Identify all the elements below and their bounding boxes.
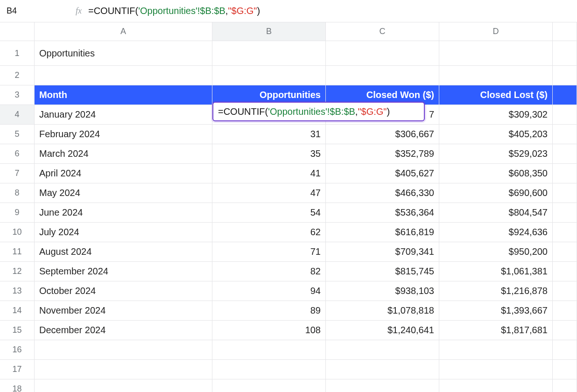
cell-e11[interactable] [553, 242, 577, 262]
cell-d4[interactable]: $309,302 [439, 105, 553, 125]
cell-a18[interactable] [35, 379, 212, 392]
row-header-7[interactable]: 7 [0, 164, 35, 183]
cell-a5[interactable]: February 2024 [35, 125, 212, 144]
name-box[interactable]: B4 [0, 6, 35, 16]
cell-d18[interactable] [439, 379, 553, 392]
cell-b18[interactable] [212, 379, 326, 392]
row-header-6[interactable]: 6 [0, 144, 35, 164]
cell-editor-b4[interactable]: =COUNTIF( 'Opportunities'!$B:$B , "$G:G"… [212, 102, 425, 121]
row-header-18[interactable]: 18 [0, 379, 35, 392]
cell-a14[interactable]: November 2024 [35, 301, 212, 321]
row-header-17[interactable]: 17 [0, 360, 35, 379]
cell-c15[interactable]: $1,240,641 [326, 321, 439, 340]
cell-c13[interactable]: $938,103 [326, 281, 439, 301]
cell-b10[interactable]: 62 [212, 223, 326, 242]
cell-e1[interactable] [553, 41, 577, 66]
cell-a16[interactable] [35, 340, 212, 360]
cell-e18[interactable] [553, 379, 577, 392]
cell-c9[interactable]: $536,364 [326, 203, 439, 223]
cell-d2[interactable] [439, 66, 553, 85]
cell-e14[interactable] [553, 301, 577, 321]
row-header-2[interactable]: 2 [0, 66, 35, 85]
cell-d12[interactable]: $1,061,381 [439, 262, 553, 281]
row-header-16[interactable]: 16 [0, 340, 35, 360]
cell-c16[interactable] [326, 340, 439, 360]
cell-d14[interactable]: $1,393,667 [439, 301, 553, 321]
cell-c12[interactable]: $815,745 [326, 262, 439, 281]
cell-a10[interactable]: July 2024 [35, 223, 212, 242]
cell-d5[interactable]: $405,203 [439, 125, 553, 144]
cell-e10[interactable] [553, 223, 577, 242]
row-header-5[interactable]: 5 [0, 125, 35, 144]
cell-b13[interactable]: 94 [212, 281, 326, 301]
formula-bar[interactable]: =COUNTIF( 'Opportunities'!$B:$B , "$G:G"… [88, 6, 577, 16]
row-header-13[interactable]: 13 [0, 281, 35, 301]
col-header-blank[interactable] [553, 22, 577, 41]
cell-b6[interactable]: 35 [212, 144, 326, 164]
col-header-b[interactable]: B [212, 22, 326, 41]
cell-c18[interactable] [326, 379, 439, 392]
cell-c5[interactable]: $306,667 [326, 125, 439, 144]
cell-d8[interactable]: $690,600 [439, 183, 553, 203]
cell-d10[interactable]: $924,636 [439, 223, 553, 242]
spreadsheet-grid[interactable]: A B C D 1 Opportunities 2 3 Month Opport… [0, 22, 577, 392]
row-header-11[interactable]: 11 [0, 242, 35, 262]
cell-a2[interactable] [35, 66, 212, 85]
row-header-4[interactable]: 4 [0, 105, 35, 125]
cell-a9[interactable]: June 2024 [35, 203, 212, 223]
cell-c11[interactable]: $709,341 [326, 242, 439, 262]
cell-d1[interactable] [439, 41, 553, 66]
cell-a13[interactable]: October 2024 [35, 281, 212, 301]
cell-a4[interactable]: January 2024 [35, 105, 212, 125]
cell-a11[interactable]: August 2024 [35, 242, 212, 262]
cell-d11[interactable]: $950,200 [439, 242, 553, 262]
cell-c6[interactable]: $352,789 [326, 144, 439, 164]
cell-a6[interactable]: March 2024 [35, 144, 212, 164]
cell-a1[interactable]: Opportunities [35, 41, 212, 66]
cell-b14[interactable]: 89 [212, 301, 326, 321]
cell-e7[interactable] [553, 164, 577, 183]
cell-d17[interactable] [439, 360, 553, 379]
row-header-3[interactable]: 3 [0, 85, 35, 105]
cell-e6[interactable] [553, 144, 577, 164]
row-header-15[interactable]: 15 [0, 321, 35, 340]
cell-e9[interactable] [553, 203, 577, 223]
cell-c17[interactable] [326, 360, 439, 379]
row-header-12[interactable]: 12 [0, 262, 35, 281]
cell-b7[interactable]: 41 [212, 164, 326, 183]
cell-b12[interactable]: 82 [212, 262, 326, 281]
cell-b8[interactable]: 47 [212, 183, 326, 203]
cell-e16[interactable] [553, 340, 577, 360]
cell-e5[interactable] [553, 125, 577, 144]
cell-e13[interactable] [553, 281, 577, 301]
cell-c14[interactable]: $1,078,818 [326, 301, 439, 321]
cell-b9[interactable]: 54 [212, 203, 326, 223]
col-header-a[interactable]: A [35, 22, 212, 41]
row-header-1[interactable]: 1 [0, 41, 35, 66]
cell-c8[interactable]: $466,330 [326, 183, 439, 203]
col-header-d[interactable]: D [439, 22, 553, 41]
cell-e8[interactable] [553, 183, 577, 203]
cell-d6[interactable]: $529,023 [439, 144, 553, 164]
cell-b5[interactable]: 31 [212, 125, 326, 144]
cell-c7[interactable]: $405,627 [326, 164, 439, 183]
cell-a17[interactable] [35, 360, 212, 379]
cell-d9[interactable]: $804,547 [439, 203, 553, 223]
cell-d15[interactable]: $1,817,681 [439, 321, 553, 340]
header-month[interactable]: Month [35, 85, 212, 105]
row-header-9[interactable]: 9 [0, 203, 35, 223]
cell-e12[interactable] [553, 262, 577, 281]
cell-a7[interactable]: April 2024 [35, 164, 212, 183]
cell-b11[interactable]: 71 [212, 242, 326, 262]
cell-a12[interactable]: September 2024 [35, 262, 212, 281]
cell-e2[interactable] [553, 66, 577, 85]
cell-c2[interactable] [326, 66, 439, 85]
cell-d7[interactable]: $608,350 [439, 164, 553, 183]
cell-e15[interactable] [553, 321, 577, 340]
row-header-14[interactable]: 14 [0, 301, 35, 321]
row-header-8[interactable]: 8 [0, 183, 35, 203]
cell-a8[interactable]: May 2024 [35, 183, 212, 203]
cell-e3[interactable] [553, 85, 577, 105]
cell-b15[interactable]: 108 [212, 321, 326, 340]
cell-c1[interactable] [326, 41, 439, 66]
